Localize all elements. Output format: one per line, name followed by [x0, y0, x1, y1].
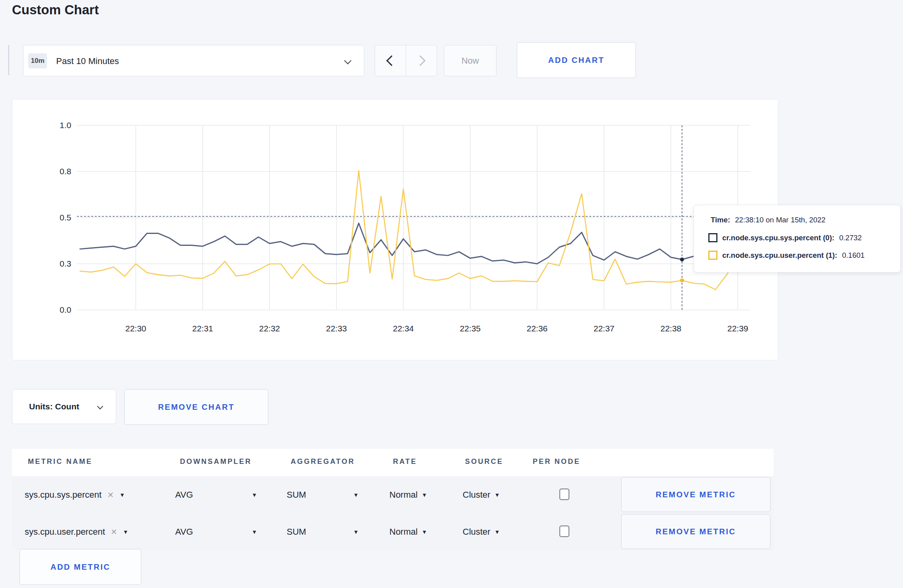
source-select[interactable]: Cluster ▼	[463, 476, 500, 513]
x-axis-tick-label: 22:39	[727, 324, 749, 333]
chevron-down-icon	[97, 403, 104, 410]
metric-name-value: sys.cpu.sys.percent	[25, 490, 102, 500]
metric-name-select[interactable]: sys.cpu.user.percent ✕ ▼	[25, 513, 128, 550]
x-axis-tick-label: 22:34	[393, 324, 414, 333]
caret-down-icon: ▼	[494, 492, 500, 498]
metrics-table-body: sys.cpu.sys.percent ✕ ▼ AVG ▼ SUM ▼ Norm…	[12, 476, 774, 550]
metric-name-value: sys.cpu.user.percent	[25, 527, 105, 537]
y-axis-tick-label: 0.5	[60, 213, 71, 222]
chevron-right-icon	[415, 55, 426, 66]
next-interval-button[interactable]	[406, 45, 437, 76]
series-user-swatch-icon	[708, 251, 717, 260]
column-header-metric-name: METRIC NAME	[28, 458, 92, 466]
time-range-select[interactable]: 10m Past 10 Minutes	[23, 45, 364, 76]
rate-value: Normal	[389, 527, 418, 537]
aggregator-select[interactable]: SUM	[287, 513, 306, 550]
aggregator-select[interactable]: SUM	[287, 476, 306, 513]
time-range-badge: 10m	[28, 53, 47, 68]
per-node-checkbox[interactable]	[559, 489, 569, 500]
metric-name-select[interactable]: sys.cpu.sys.percent ✕ ▼	[25, 476, 125, 513]
tooltip-series-row: cr.node.sys.cpu.sys.percent (0): 0.2732	[708, 233, 862, 242]
metrics-table-header: METRIC NAME DOWNSAMPLER AGGREGATOR RATE …	[12, 449, 774, 476]
chevron-down-icon	[344, 57, 351, 64]
source-select[interactable]: Cluster ▼	[463, 513, 500, 550]
rate-select[interactable]: Normal ▼	[389, 476, 427, 513]
x-axis-tick-label: 22:36	[527, 324, 548, 333]
remove-metric-button[interactable]: REMOVE METRIC	[621, 514, 770, 549]
chart-gridlines	[77, 125, 750, 310]
y-axis-tick-label: 0.3	[60, 259, 71, 268]
column-header-per-node: PER NODE	[533, 458, 580, 466]
caret-down-icon[interactable]: ▼	[353, 476, 359, 513]
downsampler-select[interactable]: AVG	[175, 476, 193, 513]
tooltip-series-row: cr.node.sys.cpu.user.percent (1): 0.1601	[708, 251, 865, 260]
prev-interval-button[interactable]	[375, 45, 406, 76]
custom-chart-page: Custom Chart 10m Past 10 Minutes Now ADD…	[0, 0, 903, 588]
time-pager	[375, 45, 437, 76]
tooltip-series-value: 0.1601	[842, 251, 865, 260]
caret-down-icon: ▼	[494, 529, 500, 535]
rate-select[interactable]: Normal ▼	[389, 513, 427, 550]
column-header-rate: RATE	[393, 458, 417, 466]
column-header-source: SOURCE	[465, 458, 503, 466]
clear-metric-icon[interactable]: ✕	[107, 490, 114, 500]
x-axis-tick-label: 22:38	[661, 324, 682, 333]
source-value: Cluster	[463, 490, 491, 500]
caret-down-icon: ▼	[123, 529, 129, 535]
remove-chart-button[interactable]: REMOVE CHART	[124, 389, 268, 425]
y-axis-tick-label: 0.0	[60, 305, 71, 314]
caret-down-icon[interactable]: ▼	[252, 513, 257, 550]
rate-value: Normal	[389, 490, 418, 500]
y-axis-tick-label: 1.0	[60, 121, 71, 130]
chart-hover-tooltip: Time: 22:38:10 on Mar 15th, 2022 cr.node…	[694, 205, 901, 273]
timeseries-chart[interactable]: 0.00.30.50.81.022:3022:3122:3222:3322:34…	[12, 99, 778, 360]
column-header-downsampler: DOWNSAMPLER	[180, 458, 252, 466]
source-value: Cluster	[463, 527, 491, 537]
add-chart-button[interactable]: ADD CHART	[517, 42, 636, 78]
toolbar-divider	[8, 45, 9, 75]
metric-row: sys.cpu.user.percent ✕ ▼ AVG ▼ SUM ▼ Nor…	[12, 513, 774, 550]
now-button[interactable]: Now	[444, 45, 496, 76]
tooltip-series-label: cr.node.sys.cpu.sys.percent (0):	[722, 234, 835, 242]
page-title: Custom Chart	[12, 2, 99, 18]
x-axis-tick-label: 22:37	[594, 324, 615, 333]
x-axis-tick-label: 22:30	[125, 324, 147, 333]
y-axis-tick-label: 0.8	[60, 167, 71, 176]
tooltip-series-label: cr.node.sys.cpu.user.percent (1):	[722, 251, 837, 260]
chart-card: 0.00.30.50.81.022:3022:3122:3222:3322:34…	[12, 99, 778, 360]
tooltip-time-label: Time:	[711, 216, 730, 224]
series-user-line	[80, 171, 749, 290]
clear-metric-icon[interactable]: ✕	[111, 527, 117, 537]
caret-down-icon[interactable]: ▼	[252, 476, 257, 513]
metric-row: sys.cpu.sys.percent ✕ ▼ AVG ▼ SUM ▼ Norm…	[12, 476, 774, 513]
series-sys-swatch-icon	[708, 233, 717, 242]
tooltip-time-value: 22:38:10 on Mar 15th, 2022	[735, 216, 825, 224]
per-node-checkbox[interactable]	[559, 526, 569, 537]
time-range-label: Past 10 Minutes	[56, 45, 119, 77]
chart-axis-labels: 0.00.30.50.81.022:3022:3122:3222:3322:34…	[60, 121, 748, 333]
caret-down-icon[interactable]: ▼	[353, 513, 359, 550]
tooltip-time-row: Time: 22:38:10 on Mar 15th, 2022	[711, 216, 825, 224]
caret-down-icon: ▼	[422, 529, 427, 535]
x-axis-tick-label: 22:32	[259, 324, 280, 333]
downsampler-select[interactable]: AVG	[175, 513, 193, 550]
tooltip-series-value: 0.2732	[839, 234, 862, 242]
chevron-left-icon	[386, 55, 397, 66]
units-select[interactable]: Units: Count	[12, 389, 116, 424]
x-axis-tick-label: 22:31	[192, 324, 213, 333]
x-axis-tick-label: 22:33	[326, 324, 347, 333]
remove-metric-button[interactable]: REMOVE METRIC	[621, 477, 770, 512]
series-sys-line	[80, 223, 749, 264]
add-metric-button[interactable]: ADD METRIC	[20, 549, 141, 585]
caret-down-icon: ▼	[119, 492, 125, 498]
column-header-aggregator: AGGREGATOR	[291, 458, 355, 466]
x-axis-tick-label: 22:35	[460, 324, 481, 333]
caret-down-icon: ▼	[422, 492, 427, 498]
units-label: Units: Count	[29, 402, 79, 411]
